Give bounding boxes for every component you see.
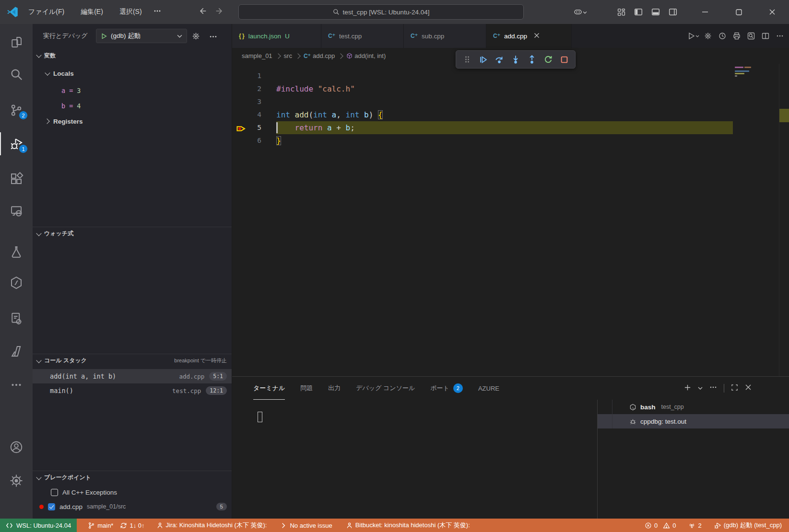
registers-tree-item[interactable]: Registers <box>33 114 232 128</box>
accounts-icon[interactable] <box>0 436 33 459</box>
watch-section-header[interactable]: ウォッチ式 <box>33 227 232 240</box>
ports-status-item[interactable]: 2 <box>685 522 705 529</box>
stack-frame-add[interactable]: add(int a, int b) add.cpp 5:1 <box>33 369 232 383</box>
file-breakpoint-row[interactable]: add.cpp sample_01/src 5 <box>33 499 232 514</box>
problems-status-item[interactable]: 0 0 <box>641 522 679 529</box>
locals-tree-item[interactable]: Locals <box>33 66 232 81</box>
variables-section-header[interactable]: 変数 <box>33 49 232 62</box>
cpp-tools-icon[interactable] <box>0 307 33 330</box>
split-editor-icon[interactable] <box>759 30 772 42</box>
print-icon[interactable] <box>730 30 743 42</box>
run-or-debug-button[interactable] <box>687 30 700 42</box>
additional-views-icon[interactable] <box>0 373 33 396</box>
toggle-panel-icon[interactable] <box>648 5 663 19</box>
maximize-panel-icon[interactable] <box>731 384 738 393</box>
azure-icon[interactable] <box>0 340 33 363</box>
chevron-down-icon <box>45 71 50 76</box>
code-line-4[interactable]: 4int add(int a, int b) { <box>232 108 733 121</box>
remote-explorer-icon[interactable] <box>0 199 33 222</box>
stack-frame-main[interactable]: main() test.cpp 12:1 <box>33 383 232 398</box>
git-branch-item[interactable]: main* <box>84 522 117 529</box>
debug-continue-icon[interactable] <box>478 54 489 65</box>
breakpoints-section-header[interactable]: ブレークポイント <box>33 471 232 484</box>
toggle-primary-sidebar-icon[interactable] <box>631 5 646 19</box>
terminal-cursor[interactable] <box>258 412 262 422</box>
explorer-icon[interactable] <box>0 31 33 54</box>
git-sync-item[interactable]: 1↓ 0↑ <box>117 522 148 529</box>
minimap[interactable] <box>733 64 779 376</box>
menu-edit[interactable]: 編集(E) <box>74 5 110 19</box>
panel-tab-terminal[interactable]: ターミナル <box>253 377 285 400</box>
tab-close-icon[interactable] <box>534 33 540 40</box>
close-panel-icon[interactable] <box>745 384 752 393</box>
new-terminal-icon[interactable] <box>684 384 691 393</box>
manage-gear-icon[interactable] <box>0 469 33 492</box>
remote-indicator[interactable]: WSL: Ubuntu-24.04 <box>0 519 77 532</box>
exception-checkbox[interactable] <box>51 489 58 496</box>
exception-breakpoint-row[interactable]: All C++ Exceptions <box>33 485 232 499</box>
search-icon[interactable] <box>0 63 33 86</box>
code-line-5[interactable]: 5 return a + b; <box>232 121 733 134</box>
debug-step-over-icon[interactable] <box>494 54 505 65</box>
window-maximize-button[interactable] <box>728 0 750 24</box>
code-editor[interactable]: 12#include "calc.h"34int add(int a, int … <box>232 64 789 376</box>
tab-test-cpp[interactable]: C⁺ test.cpp <box>321 24 404 48</box>
container-tools-icon[interactable] <box>0 271 33 294</box>
panel-tab-output[interactable]: 出力 <box>328 377 341 400</box>
bitbucket-status-item[interactable]: Bitbucket: kinoshita hidetoshi (木下 英俊): <box>342 521 473 530</box>
editor-gear-icon[interactable] <box>702 30 714 42</box>
extensions-icon[interactable] <box>0 167 33 190</box>
panel-tab-debug-console[interactable]: デバッグ コンソール <box>356 377 415 400</box>
terminal-profile-chevron-icon[interactable] <box>698 384 703 393</box>
nav-back-icon[interactable] <box>194 5 211 19</box>
tab-add-cpp[interactable]: C⁺ add.cpp <box>486 24 572 48</box>
customize-layout-icon[interactable] <box>614 5 628 19</box>
callstack-section-header[interactable]: コール スタック breakpoint で一時停止 <box>33 354 232 367</box>
code-line-3[interactable]: 3 <box>232 95 733 108</box>
panel-tab-problems[interactable]: 問題 <box>300 377 313 400</box>
menu-selection[interactable]: 選択(S) <box>113 5 149 19</box>
run-and-debug-icon[interactable]: 1 <box>0 132 33 155</box>
panel-tab-azure[interactable]: AZURE <box>478 377 499 400</box>
testing-icon[interactable] <box>0 240 33 263</box>
tab-sub-cpp[interactable]: C⁺ sub.cpp <box>404 24 486 48</box>
timeline-history-icon[interactable] <box>716 30 729 42</box>
copilot-icon[interactable] <box>573 5 587 19</box>
code-line-1[interactable]: 1 <box>232 69 733 82</box>
sidebar-more-actions-icon[interactable] <box>209 33 217 43</box>
debug-restart-icon[interactable] <box>543 54 553 65</box>
breakpoint-checkbox[interactable] <box>48 503 55 510</box>
toolbar-drag-grip[interactable] <box>462 54 472 65</box>
command-center-search[interactable]: test_cpp [WSL: Ubuntu-24.04] <box>238 4 524 20</box>
tab-launch-json[interactable]: { } launch.json U <box>232 24 321 48</box>
debug-settings-gear-icon[interactable] <box>192 32 200 42</box>
breadcrumb-symbol[interactable]: add(int, int) <box>354 52 386 59</box>
panel-more-actions-icon[interactable] <box>709 383 717 393</box>
variable-row-b[interactable]: b = 4 <box>33 99 232 113</box>
toggle-secondary-sidebar-icon[interactable] <box>666 5 680 19</box>
nav-forward-icon[interactable] <box>211 5 228 19</box>
menu-overflow-icon[interactable] <box>149 4 166 20</box>
breadcrumb-folder[interactable]: src <box>284 52 292 59</box>
terminal-item-bash[interactable]: bash test_cpp <box>598 400 789 414</box>
editor-more-actions-icon[interactable] <box>774 30 786 42</box>
debug-step-into-icon[interactable] <box>510 54 521 65</box>
source-control-icon[interactable]: 2 <box>0 99 33 122</box>
window-minimize-button[interactable] <box>694 0 716 24</box>
window-close-button[interactable] <box>761 0 783 24</box>
terminal-item-cppdbg[interactable]: cppdbg: test.out <box>598 414 789 428</box>
debug-stop-icon[interactable] <box>559 54 569 65</box>
jira-issue-item[interactable]: No active issue <box>277 522 335 529</box>
code-line-2[interactable]: 2#include "calc.h" <box>232 82 733 95</box>
breadcrumb-file[interactable]: add.cpp <box>313 52 335 59</box>
debug-session-item[interactable]: (gdb) 起動 (test_cpp) <box>711 521 785 530</box>
debug-step-out-icon[interactable] <box>527 54 537 65</box>
variable-row-a[interactable]: a = 3 <box>33 83 232 98</box>
breadcrumb-folder[interactable]: sample_01 <box>242 52 272 59</box>
panel-tab-ports[interactable]: ポート 2 <box>430 377 463 400</box>
open-changes-search-icon[interactable] <box>745 30 757 42</box>
menu-file[interactable]: ファイル(F) <box>22 5 71 19</box>
code-line-6[interactable]: 6} <box>232 134 733 147</box>
launch-config-dropdown[interactable]: (gdb) 起動 <box>96 29 187 43</box>
jira-status-item[interactable]: Jira: Kinoshita Hidetoshi (木下 英俊): <box>153 521 271 530</box>
